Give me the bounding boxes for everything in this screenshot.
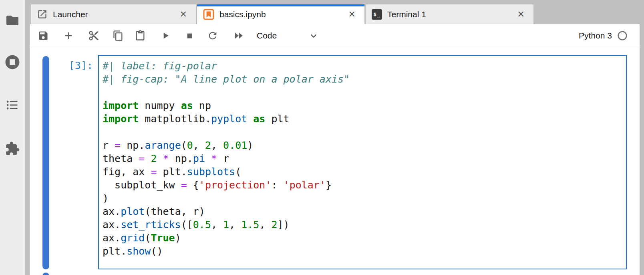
active-tab-indicator: [197, 4, 364, 6]
code-token-operator: *: [211, 153, 217, 164]
scissors-icon: [88, 30, 99, 41]
tab-launcher[interactable]: Launcher ✕: [31, 4, 196, 24]
code-token-property: show: [127, 245, 151, 257]
code-token-string: 'projection': [199, 179, 272, 191]
code-token-plain: ([: [181, 219, 193, 231]
kernel-status-icon[interactable]: [617, 30, 628, 41]
code-token-property: pyplot: [211, 113, 247, 125]
code-token-plain: ,: [193, 140, 205, 151]
cut-cells-button[interactable]: [87, 28, 101, 43]
code-token-plain: (: [145, 232, 151, 244]
code-token-plain: (: [181, 140, 187, 151]
sidebar-item-running-kernels[interactable]: [4, 54, 21, 71]
terminal-icon: $_: [372, 9, 382, 20]
copy-icon: [113, 30, 124, 41]
code-line: #| label: fig-polar: [103, 59, 626, 73]
code-token-plain: ): [103, 192, 109, 204]
restart-run-all-button[interactable]: [232, 28, 246, 43]
code-cell-editor[interactable]: #| label: fig-polar#| fig-cap: "A line p…: [98, 55, 627, 269]
code-token-keyword: as: [253, 113, 265, 125]
code-token-plain: subplot_kw: [103, 179, 181, 191]
code-line: [103, 125, 626, 139]
code-token-plain: theta: [103, 153, 139, 164]
code-token-plain: plt.: [157, 166, 187, 178]
code-token-plain: [247, 113, 253, 125]
code-token-number: 2: [271, 219, 277, 231]
tab-label: basics.ipynb: [219, 10, 346, 19]
code-token-number: 1.5: [241, 219, 259, 231]
code-line: subplot_kw = {'projection': 'polar'}: [103, 178, 626, 192]
execution-count-prompt: [3]:: [52, 60, 93, 71]
paste-cells-button[interactable]: [133, 28, 147, 43]
cell-collapser[interactable]: [42, 56, 49, 269]
code-token-operator: *: [163, 153, 169, 164]
clipboard-icon: [135, 30, 146, 41]
code-token-plain: }: [326, 179, 332, 191]
code-line: plt.show(): [103, 245, 626, 258]
code-token-number: 2: [205, 140, 211, 151]
code-token-property: grid: [121, 232, 145, 244]
save-icon: [38, 30, 49, 41]
code-token-property: subplots: [187, 166, 235, 178]
code-token-plain: (theta, r): [145, 206, 205, 217]
restart-kernel-button[interactable]: [205, 28, 220, 43]
code-token-operator: =: [151, 166, 157, 178]
tab-label: Terminal 1: [387, 10, 515, 19]
stop-circle-icon: [4, 54, 21, 71]
code-line: ax.grid(True): [103, 231, 626, 245]
code-line: fig, ax = plt.subplots(: [103, 165, 626, 178]
save-button[interactable]: [36, 28, 50, 43]
code-token-number: 2: [151, 153, 157, 164]
cell-type-dropdown[interactable]: [306, 28, 321, 43]
code-token-plain: numpy: [139, 100, 181, 111]
code-token-operator: =: [181, 179, 187, 191]
code-token-plain: ): [175, 232, 181, 244]
code-line: theta = 2 * np.pi * r: [103, 152, 626, 165]
kernel-name[interactable]: Python 3: [579, 31, 612, 40]
sidebar-item-extensions[interactable]: [5, 141, 20, 156]
code-token-plain: fig, ax: [103, 166, 151, 178]
code-token-plain: (): [151, 245, 163, 257]
code-line: r = np.arange(0, 2, 0.01): [103, 139, 626, 152]
tab-basics-ipynb[interactable]: basics.ipynb ✕: [197, 4, 364, 24]
code-line: ax.plot(theta, r): [103, 205, 626, 218]
insert-cell-button[interactable]: [61, 28, 76, 43]
code-token-property: plot: [121, 206, 145, 217]
activity-sidebar: [0, 0, 25, 275]
copy-cells-button[interactable]: [111, 28, 125, 43]
code-line: [103, 86, 626, 99]
code-token-plain: ,: [211, 140, 223, 151]
code-token-plain: :: [271, 179, 283, 191]
code-token-number: 1: [223, 219, 229, 231]
sidebar-item-file-browser[interactable]: [5, 13, 20, 28]
code-token-plain: matplotlib.: [139, 113, 211, 125]
code-token-plain: ,: [211, 219, 223, 231]
code-line: ax.set_rticks([0.5, 1, 1.5, 2]): [103, 218, 626, 231]
interrupt-kernel-button[interactable]: [182, 28, 197, 43]
close-icon[interactable]: ✕: [346, 9, 358, 20]
code-token-comment: #| label: fig-polar: [103, 60, 217, 72]
code-token-keyword: True: [151, 232, 175, 244]
jupyterlab-window: Launcher ✕ basics.ipynb ✕ $_ Terminal 1 …: [0, 0, 644, 275]
code-lines: #| label: fig-polar#| fig-cap: "A line p…: [103, 59, 626, 258]
notebook-content: [3]: #| label: fig-polar#| fig-cap: "A l…: [30, 47, 640, 275]
code-token-plain: ,: [229, 219, 241, 231]
code-token-plain: ]): [278, 219, 290, 231]
stop-icon: [184, 30, 195, 41]
code-token-plain: np.: [169, 153, 193, 164]
code-token-operator: =: [115, 140, 121, 151]
run-cell-button[interactable]: [158, 28, 173, 43]
close-icon[interactable]: ✕: [515, 9, 527, 20]
code-token-plain: np.: [121, 140, 145, 151]
cell-type-dropdown-value[interactable]: Code: [257, 31, 277, 40]
close-icon[interactable]: ✕: [177, 9, 189, 20]
code-token-plain: [145, 153, 151, 164]
code-token-plain: ,: [259, 219, 271, 231]
tab-terminal-1[interactable]: $_ Terminal 1 ✕: [366, 4, 533, 24]
code-token-plain: [205, 153, 211, 164]
code-token-keyword: import: [103, 100, 139, 111]
code-token-plain: plt: [265, 113, 289, 125]
sidebar-item-table-of-contents[interactable]: [6, 98, 19, 112]
next-cell-collapser[interactable]: [42, 273, 49, 275]
code-token-plain: np: [193, 100, 211, 111]
